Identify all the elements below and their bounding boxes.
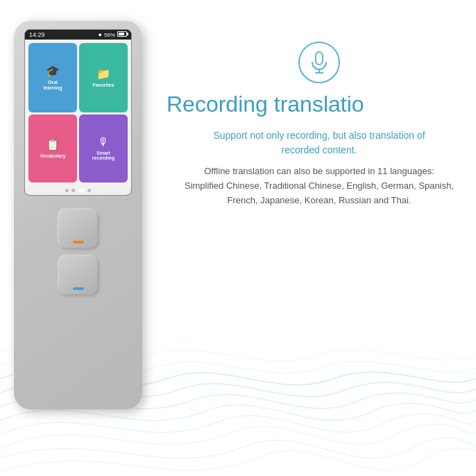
device-screen: 14:29 ● 56% 🎓 Orallearni (24, 29, 132, 196)
bottom-button[interactable] (59, 256, 97, 294)
status-bar: 14:29 ● 56% (25, 30, 131, 40)
battery-text: 56% (104, 32, 115, 38)
dot-4 (87, 189, 91, 192)
smart-recording-label: Smartrecording (92, 151, 114, 161)
vocabulary-icon: 📋 (46, 138, 60, 151)
dot-3-active (78, 189, 85, 192)
app-vocabulary[interactable]: 📋 Vocabulary (28, 114, 77, 183)
smart-recording-icon: 🎙 (98, 136, 109, 148)
favorites-icon: 📁 (96, 67, 110, 80)
status-icons: ● 56% (99, 31, 127, 38)
subtitle: Support not only recording, but also tra… (167, 128, 472, 158)
mic-icon-wrapper (167, 42, 472, 83)
microphone-svg (309, 51, 329, 74)
mic-icon-circle (298, 42, 340, 83)
device-buttons (14, 210, 142, 294)
dot-2 (71, 189, 75, 192)
svg-rect-0 (316, 52, 323, 65)
right-content: Recording translatio Support not only re… (167, 42, 472, 207)
device: 14:29 ● 56% 🎓 Orallearni (14, 21, 142, 409)
oral-learning-icon: 🎓 (46, 65, 60, 78)
dot-1 (65, 189, 69, 192)
wifi-icon: ● (99, 31, 102, 38)
screen-dots (25, 186, 131, 195)
page-container: .wave-path { fill: none; stroke-width: 1… (0, 0, 476, 476)
app-smart-recording[interactable]: 🎙 Smartrecording (79, 114, 128, 183)
device-body: 14:29 ● 56% 🎓 Orallearni (14, 21, 142, 409)
app-oral-learning[interactable]: 🎓 Orallearning (28, 43, 77, 112)
status-time: 14:29 (29, 31, 45, 38)
apps-grid: 🎓 Orallearning 📁 Favorites 📋 Vocabulary (25, 40, 131, 186)
favorites-label: Favorites (92, 83, 114, 88)
top-button[interactable] (59, 210, 97, 248)
page-title: Recording translatio (167, 92, 472, 117)
vocabulary-label: Vocabulary (40, 153, 65, 159)
battery-icon (117, 31, 127, 38)
oral-learning-label: Orallearning (43, 80, 62, 90)
app-favorites[interactable]: 📁 Favorites (79, 43, 128, 112)
description: Offline translation can also be supporte… (167, 164, 472, 207)
